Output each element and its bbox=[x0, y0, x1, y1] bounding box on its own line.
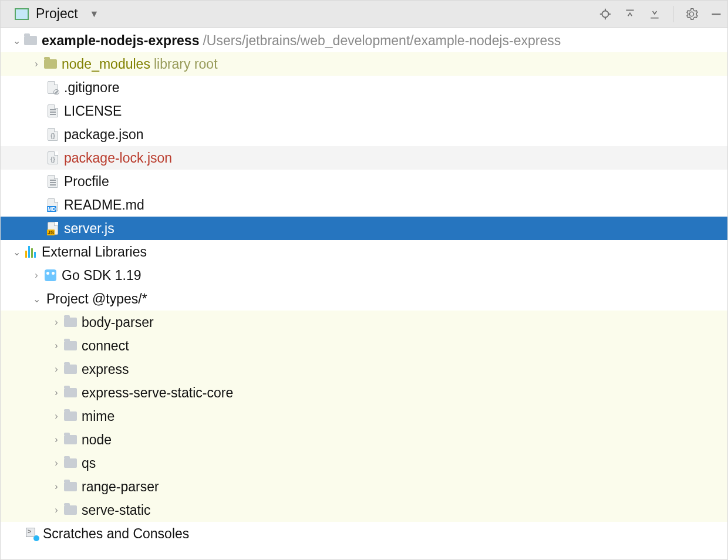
file-label: package-lock.json bbox=[64, 150, 172, 166]
folder-label: connect bbox=[82, 338, 129, 354]
project-path: /Users/jetbrains/web_development/example… bbox=[203, 33, 561, 49]
header-actions bbox=[599, 6, 723, 22]
folder-icon bbox=[43, 59, 58, 69]
gopher-icon bbox=[43, 269, 58, 281]
tree-item-go-sdk[interactable]: › Go SDK 1.19 bbox=[1, 264, 727, 287]
chevron-right-icon[interactable]: › bbox=[30, 270, 43, 281]
folder-icon bbox=[63, 318, 78, 327]
project-name: example-nodejs-express bbox=[42, 33, 199, 49]
tree-item-external-libraries[interactable]: ⌄ External Libraries bbox=[1, 240, 727, 264]
text-file-icon bbox=[45, 104, 60, 117]
locate-icon[interactable] bbox=[599, 8, 612, 21]
js-file-icon: JS bbox=[45, 222, 60, 235]
collapse-all-icon[interactable] bbox=[648, 8, 661, 21]
node-label: Go SDK 1.19 bbox=[62, 268, 141, 284]
chevron-down-icon[interactable]: ⌄ bbox=[30, 294, 43, 305]
file-label: server.js bbox=[64, 221, 114, 237]
scratches-icon bbox=[24, 528, 39, 539]
panel-header: Project ▼ bbox=[1, 1, 727, 28]
node-label: Project @types/* bbox=[46, 291, 147, 307]
json-file-icon: {} bbox=[45, 128, 60, 141]
tree-item-types-folder[interactable]: ›body-parser bbox=[1, 311, 727, 334]
gear-icon[interactable] bbox=[685, 8, 698, 21]
folder-label: node bbox=[82, 432, 112, 448]
folder-label: serve-static bbox=[82, 502, 151, 518]
hint-label: library root bbox=[154, 56, 218, 72]
tree-item-types-folder[interactable]: ›qs bbox=[1, 451, 727, 475]
chevron-right-icon[interactable]: › bbox=[50, 387, 63, 398]
chevron-right-icon[interactable]: › bbox=[30, 59, 43, 69]
folder-icon bbox=[63, 411, 78, 421]
svg-rect-7 bbox=[712, 14, 721, 15]
node-label: External Libraries bbox=[42, 244, 147, 260]
folder-label: mime bbox=[82, 409, 114, 424]
folder-label: body-parser bbox=[82, 315, 154, 330]
file-label: .gitignore bbox=[64, 80, 120, 96]
chevron-down-icon[interactable]: ⌄ bbox=[10, 35, 23, 46]
folder-icon bbox=[63, 388, 78, 397]
folder-icon bbox=[23, 36, 38, 45]
libraries-icon bbox=[23, 246, 38, 258]
separator bbox=[673, 6, 673, 22]
tree-item-types-folder[interactable]: ›connect bbox=[1, 334, 727, 357]
folder-label: express bbox=[82, 362, 129, 377]
panel-title[interactable]: Project bbox=[36, 6, 78, 22]
tree-item-file[interactable]: {} package.json bbox=[1, 123, 727, 146]
file-label: Procfile bbox=[64, 174, 109, 190]
tree-item-types-folder[interactable]: ›express bbox=[1, 357, 727, 381]
chevron-right-icon[interactable]: › bbox=[50, 411, 63, 421]
chevron-right-icon[interactable]: › bbox=[50, 364, 63, 375]
folder-icon bbox=[63, 505, 78, 515]
chevron-down-icon[interactable]: ⌄ bbox=[10, 247, 23, 258]
file-label: LICENSE bbox=[64, 103, 122, 119]
chevron-right-icon[interactable]: › bbox=[50, 340, 63, 351]
tree-item-types-folder[interactable]: ›node bbox=[1, 428, 727, 451]
tree-item-file[interactable]: MD README.md bbox=[1, 193, 727, 217]
tree-item-types-group[interactable]: ⌄ Project @types/* bbox=[1, 287, 727, 311]
tree-item-types-folder[interactable]: ›serve-static bbox=[1, 498, 727, 522]
file-icon bbox=[45, 81, 60, 94]
tree-item-file[interactable]: .gitignore bbox=[1, 76, 727, 99]
json-file-icon: {} bbox=[45, 151, 60, 164]
tree-item-file[interactable]: {} package-lock.json bbox=[1, 146, 727, 170]
folder-label: express-serve-static-core bbox=[82, 385, 233, 401]
chevron-right-icon[interactable]: › bbox=[50, 505, 63, 515]
expand-all-icon[interactable] bbox=[623, 8, 636, 21]
tree-item-node-modules[interactable]: › node_modules library root bbox=[1, 52, 727, 76]
view-dropdown-icon[interactable]: ▼ bbox=[90, 9, 99, 19]
folder-icon bbox=[63, 365, 78, 374]
svg-point-0 bbox=[602, 11, 609, 17]
file-label: node_modules bbox=[62, 56, 150, 72]
node-label: Scratches and Consoles bbox=[43, 526, 189, 542]
tree-item-file[interactable]: Procfile bbox=[1, 170, 727, 193]
text-file-icon bbox=[45, 175, 60, 188]
tree-item-file[interactable]: JS server.js bbox=[1, 217, 727, 240]
folder-label: qs bbox=[82, 456, 96, 471]
tree-item-project-root[interactable]: ⌄ example-nodejs-express /Users/jetbrain… bbox=[1, 29, 727, 52]
folder-icon bbox=[63, 341, 78, 350]
markdown-file-icon: MD bbox=[45, 198, 60, 211]
project-tree: ⌄ example-nodejs-express /Users/jetbrain… bbox=[1, 28, 727, 545]
tree-item-types-folder[interactable]: ›range-parser bbox=[1, 475, 727, 498]
chevron-right-icon[interactable]: › bbox=[50, 434, 63, 445]
hide-icon[interactable] bbox=[710, 8, 723, 21]
folder-label: range-parser bbox=[82, 479, 159, 495]
folder-icon bbox=[63, 458, 78, 468]
project-view-icon bbox=[15, 8, 29, 20]
tree-item-types-folder[interactable]: ›express-serve-static-core bbox=[1, 381, 727, 404]
tree-item-types-folder[interactable]: ›mime bbox=[1, 404, 727, 428]
file-label: package.json bbox=[64, 127, 144, 143]
folder-icon bbox=[63, 435, 78, 444]
folder-icon bbox=[63, 482, 78, 491]
chevron-right-icon[interactable]: › bbox=[50, 317, 63, 328]
tree-item-file[interactable]: LICENSE bbox=[1, 99, 727, 123]
tree-item-scratches[interactable]: Scratches and Consoles bbox=[1, 522, 727, 545]
file-label: README.md bbox=[64, 197, 144, 213]
chevron-right-icon[interactable]: › bbox=[50, 481, 63, 492]
chevron-right-icon[interactable]: › bbox=[50, 458, 63, 468]
